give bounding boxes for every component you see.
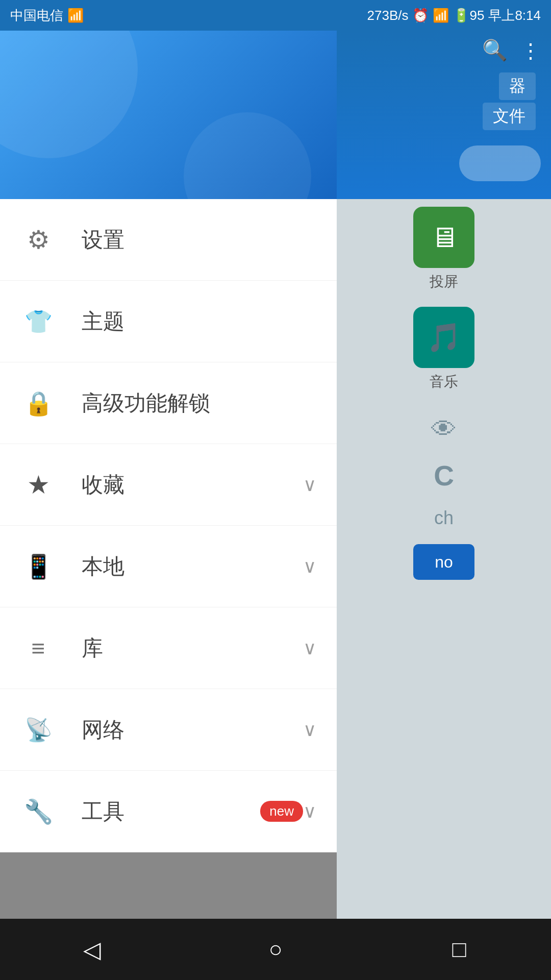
theme-label: 主题 [82, 307, 316, 336]
right-top-icons: 🔍 ⋮ [482, 38, 541, 62]
app-item-topping[interactable]: 🖥 投屏 [413, 207, 474, 291]
right-app-icons-panel: 🖥 投屏 🎵 音乐 👁 C ch no [337, 199, 551, 919]
favorites-chevron: ∨ [303, 474, 316, 496]
signal-icon: 📶 [67, 8, 84, 23]
settings-label: 设置 [82, 226, 316, 254]
status-left: 中国电信 📶 [10, 7, 84, 24]
search-text-partial: ch [434, 507, 454, 529]
drawer-header-decor2 [184, 112, 311, 199]
right-menu-item-2[interactable]: 文件 [483, 103, 536, 130]
right-menu-items: 器 文件 [483, 72, 541, 130]
refresh-icon: C [434, 459, 454, 492]
right-misc-panel: 👁 C ch no [406, 407, 482, 587]
lock-icon: 🔒 [20, 385, 56, 421]
menu-item-theme[interactable]: 👕 主题 [0, 281, 337, 362]
app-icon-screen: 🖥 [413, 207, 474, 268]
drawer-header [0, 31, 337, 199]
menu-item-network[interactable]: 📡 网络 ∨ [0, 689, 337, 771]
alarm-icon: ⏰ [412, 8, 429, 23]
phone-icon: 📱 [20, 549, 56, 584]
right-menu-item-1[interactable]: 器 [499, 72, 536, 100]
theme-icon: 👕 [20, 304, 56, 339]
menu-item-unlock[interactable]: 🔒 高级功能解锁 [0, 362, 337, 444]
eye-icon: 👁 [431, 414, 457, 444]
time-text: 早上8:14 [488, 7, 541, 24]
menu-item-favorites[interactable]: ★ 收藏 ∨ [0, 444, 337, 526]
drawer-menu: ⚙ 设置 👕 主题 🔒 高级功能解锁 ★ 收藏 ∨ 📱 本地 ∨ ≡ 库 [0, 199, 337, 852]
library-chevron: ∨ [303, 638, 316, 659]
tools-new-badge: new [260, 801, 303, 822]
network-label: 网络 [82, 716, 303, 744]
more-icon[interactable]: ⋮ [520, 39, 541, 62]
app-item-music[interactable]: 🎵 音乐 [413, 307, 474, 391]
status-bar: 中国电信 📶 273B/s ⏰ 📶 🔋95 早上8:14 [0, 0, 551, 31]
unlock-label: 高级功能解锁 [82, 389, 316, 418]
home-button[interactable]: ○ [250, 924, 301, 975]
favorites-label: 收藏 [82, 471, 303, 499]
recents-button[interactable]: □ [434, 924, 485, 975]
back-button[interactable]: ◁ [66, 924, 117, 975]
tools-chevron: ∨ [303, 801, 316, 822]
menu-item-library[interactable]: ≡ 库 ∨ [0, 607, 337, 689]
status-right: 273B/s ⏰ 📶 🔋95 早上8:14 [367, 7, 541, 24]
app-icon-music: 🎵 [413, 307, 474, 368]
star-icon: ★ [20, 467, 56, 503]
settings-icon: ⚙ [20, 222, 56, 258]
app-label-screen: 投屏 [430, 272, 458, 291]
drawer-header-decor1 [0, 31, 138, 158]
no-button[interactable]: no [413, 544, 474, 580]
network-chevron: ∨ [303, 719, 316, 741]
tools-label: 工具 [82, 797, 253, 826]
local-label: 本地 [82, 552, 303, 581]
library-label: 库 [82, 634, 303, 663]
search-icon[interactable]: 🔍 [482, 38, 508, 62]
wifi-icon: 📶 [433, 8, 449, 23]
right-panel-top: 🔍 ⋮ 器 文件 [337, 31, 551, 199]
speed-text: 273B/s [367, 8, 409, 23]
carrier-text: 中国电信 [10, 7, 63, 24]
battery-icon: 🔋95 [453, 8, 484, 23]
network-icon: 📡 [20, 712, 56, 748]
menu-item-local[interactable]: 📱 本地 ∨ [0, 526, 337, 607]
library-icon: ≡ [20, 630, 56, 666]
menu-item-settings[interactable]: ⚙ 设置 [0, 199, 337, 281]
menu-item-tools[interactable]: 🔧 工具 new ∨ [0, 771, 337, 852]
navigation-bar: ◁ ○ □ [0, 919, 551, 980]
drawer-overlay: ⚙ 设置 👕 主题 🔒 高级功能解锁 ★ 收藏 ∨ 📱 本地 ∨ ≡ 库 [0, 31, 337, 919]
local-chevron: ∨ [303, 556, 316, 577]
tools-icon: 🔧 [20, 794, 56, 829]
no-label: no [435, 553, 453, 572]
app-label-music: 音乐 [430, 372, 458, 391]
toggle-pill[interactable] [459, 145, 541, 181]
